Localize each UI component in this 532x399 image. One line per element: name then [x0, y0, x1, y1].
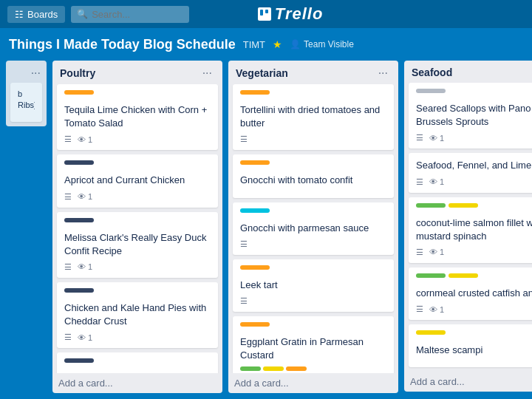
card-item[interactable]: cornmeal crusted catfish an fennel ☰ 👁 1	[409, 267, 532, 320]
card-item[interactable]: Eggplant Gratin in Parmesan Custard	[233, 316, 394, 373]
eye-icon: 👁	[429, 305, 437, 314]
board-team-visibility: 👤 Team Visible	[290, 39, 354, 50]
card-description-indicator: ☰	[416, 133, 423, 143]
board-header: Things I Made Today Blog Schedule TIMT ★…	[0, 28, 532, 61]
card-title: b Ribs)	[18, 89, 35, 112]
desc-icon: ☰	[64, 134, 72, 144]
card-item[interactable]: coconut-lime salmon fillet w mustard spi…	[409, 197, 532, 263]
card-item[interactable]: Apricot and Currant Chicken ☰ 👁 1	[57, 154, 218, 207]
card-item[interactable]: Gnocchi with parmesan sauce ☰	[233, 202, 394, 255]
label-orange	[240, 90, 270, 95]
search-input[interactable]	[71, 6, 189, 23]
card-title: Seafood, Fennel, and Lime	[416, 159, 532, 172]
card-footer: ☰ 👁 1	[416, 304, 532, 314]
board-star-button[interactable]: ★	[273, 38, 282, 50]
card-footer: ☰ 👁 1	[416, 177, 532, 187]
card-title: Gnocchi with tomato confit	[240, 174, 386, 187]
desc-icon: ☰	[416, 177, 423, 187]
team-icon: 👤	[290, 39, 301, 50]
card-title: Apricot and Currant Chicken	[64, 174, 211, 187]
eye-icon: 👁	[78, 262, 86, 271]
card-title: Leek tart	[240, 279, 386, 292]
board-abbr: TIMT	[243, 39, 265, 50]
label-dark	[64, 160, 94, 165]
card-item[interactable]: b Ribs)	[10, 83, 42, 122]
card-footer: ☰ 👁 1	[64, 262, 211, 272]
label-orange	[240, 265, 270, 270]
lists-container: ··· b Ribs) Poultry ··· Tequila Lime Chi…	[0, 61, 532, 399]
label-gray	[416, 89, 446, 93]
card-labels	[64, 160, 211, 169]
list-seafood: Seafood Seared Scallops with Pano Brusse…	[404, 61, 532, 392]
list-title: Vegetarian	[236, 67, 288, 79]
desc-icon: ☰	[416, 133, 423, 143]
card-comment-count: 👁 1	[78, 192, 92, 201]
card-labels-footer	[240, 366, 307, 371]
add-card-button[interactable]: Add a card...	[404, 372, 532, 392]
card-comment-count: 👁 1	[429, 248, 444, 256]
label-green	[416, 203, 446, 208]
list-menu-button[interactable]: ···	[200, 66, 215, 80]
card-labels	[64, 358, 211, 367]
trello-logo-text: Trello	[275, 4, 324, 24]
label-orange-small	[286, 366, 307, 371]
card-labels	[416, 89, 532, 98]
label-dark	[64, 358, 94, 363]
card-description-indicator: ☰	[64, 332, 72, 342]
card-item[interactable]: Chicken and Kale Hand Pies with Cheddar …	[57, 282, 218, 348]
eye-icon: 👁	[429, 177, 437, 186]
card-labels	[240, 90, 386, 99]
list-cards: Tequila Lime Chicken with Corn + Tomato …	[52, 84, 222, 373]
card-labels	[64, 288, 211, 297]
card-labels	[240, 322, 386, 331]
list-header: Seafood	[404, 61, 532, 83]
list-menu-button[interactable]: ···	[375, 66, 391, 80]
card-labels	[64, 218, 211, 227]
card-description-indicator: ☰	[416, 304, 423, 314]
search-icon: 🔍	[77, 9, 88, 19]
card-footer: ☰ 👁 1	[64, 134, 211, 144]
card-footer: ☰	[240, 134, 386, 144]
card-item[interactable]: Seared Scallops with Pano Brussels Sprou…	[409, 83, 532, 149]
card-item[interactable]: Tortellini with dried tomatoes and butte…	[233, 84, 394, 150]
board-title: Things I Made Today Blog Schedule	[9, 37, 236, 52]
add-card-button[interactable]: Add a card...	[52, 373, 222, 393]
search-wrapper: 🔍	[71, 6, 189, 23]
label-yellow	[449, 273, 478, 278]
list-title: Poultry	[60, 67, 95, 79]
card-description-indicator: ☰	[240, 134, 248, 144]
trello-logo-icon	[258, 7, 271, 21]
card-item[interactable]: Seafood, Fennel, and Lime ☰ 👁 1	[409, 153, 532, 192]
card-description-indicator: ☰	[64, 192, 72, 202]
card-item[interactable]: Maltese scampi	[409, 324, 532, 367]
card-item[interactable]: Leek tart ☰	[233, 259, 394, 312]
card-footer	[240, 366, 386, 371]
list-menu-button[interactable]: ···	[28, 66, 44, 80]
card-comment-count: 👁 1	[78, 262, 92, 271]
card-comment-count: 👁 1	[78, 333, 92, 342]
eye-icon: 👁	[429, 248, 437, 256]
card-labels	[240, 160, 386, 169]
card-footer: ☰	[240, 239, 386, 249]
card-title: Tequila Lime Chicken with Corn + Tomato …	[64, 103, 211, 130]
boards-button[interactable]: ☷ Boards	[7, 6, 65, 23]
list-cards: Seared Scallops with Pano Brussels Sprou…	[404, 83, 532, 372]
card-labels	[416, 273, 532, 282]
card-item[interactable]: Gnocchi with tomato confit	[233, 154, 394, 197]
card-comment-count: 👁 1	[78, 135, 92, 144]
card-footer: ☰ 👁 1	[64, 332, 211, 342]
label-green-small	[240, 366, 261, 371]
card-title: cornmeal crusted catfish an fennel	[416, 287, 532, 300]
desc-icon: ☰	[240, 134, 248, 144]
desc-icon: ☰	[64, 262, 72, 272]
card-title: coconut-lime salmon fillet w mustard spi…	[416, 216, 532, 243]
card-labels	[64, 90, 211, 99]
desc-icon: ☰	[416, 248, 423, 257]
label-yellow	[416, 330, 446, 335]
card-item[interactable]: Melissa Clark's Really Easy Duck Confit …	[57, 212, 218, 278]
card-description-indicator: ☰	[64, 262, 72, 272]
card-item[interactable]: Cheaters' Duck Confit ☰ 👁 1	[57, 352, 218, 373]
card-item[interactable]: Tequila Lime Chicken with Corn + Tomato …	[57, 84, 218, 150]
add-card-button[interactable]: Add a card...	[228, 373, 398, 393]
card-footer: ☰	[240, 296, 386, 306]
